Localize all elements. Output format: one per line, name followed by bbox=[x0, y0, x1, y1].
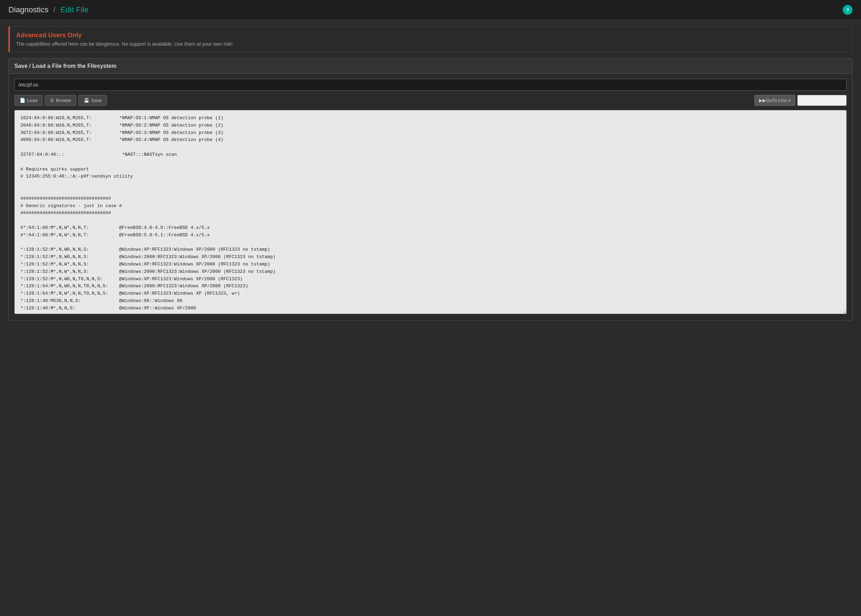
breadcrumb-root: Diagnostics bbox=[8, 5, 49, 14]
section-title: Save / Load a File from the Filesystem bbox=[9, 59, 852, 74]
breadcrumb-current: Edit File bbox=[60, 5, 88, 14]
toolbar: 📄 Load ☰ Browse 💾 Save ▶▶GoTo Line # bbox=[14, 95, 847, 106]
main-content: Advanced Users Only The capabilities off… bbox=[0, 20, 861, 327]
browse-button[interactable]: ☰ Browse bbox=[45, 95, 76, 106]
load-icon: 📄 bbox=[20, 98, 25, 103]
goto-area: ▶▶GoTo Line # bbox=[754, 95, 847, 106]
section-body: 📄 Load ☰ Browse 💾 Save ▶▶GoTo Line # bbox=[9, 74, 852, 320]
file-section: Save / Load a File from the Filesystem 📄… bbox=[8, 58, 853, 321]
file-path-input[interactable] bbox=[14, 79, 847, 91]
goto-label: ▶▶GoTo Line # bbox=[759, 98, 791, 103]
load-button[interactable]: 📄 Load bbox=[14, 95, 42, 106]
browse-label: Browse bbox=[56, 98, 71, 103]
save-label: Save bbox=[91, 98, 102, 103]
warning-box: Advanced Users Only The capabilities off… bbox=[8, 27, 853, 52]
goto-button[interactable]: ▶▶GoTo Line # bbox=[754, 95, 795, 106]
goto-line-input[interactable] bbox=[797, 95, 847, 106]
load-label: Load bbox=[27, 98, 37, 103]
warning-title: Advanced Users Only bbox=[16, 31, 846, 39]
save-icon: 💾 bbox=[84, 98, 89, 103]
page-header: Diagnostics / Edit File ? bbox=[0, 0, 861, 20]
file-editor[interactable] bbox=[14, 110, 847, 314]
browse-icon: ☰ bbox=[50, 98, 54, 103]
breadcrumb-separator: / bbox=[54, 5, 58, 14]
breadcrumb: Diagnostics / Edit File bbox=[8, 5, 89, 14]
help-icon[interactable]: ? bbox=[843, 5, 853, 15]
warning-text: The capabilities offered here can be dan… bbox=[16, 41, 846, 47]
save-button[interactable]: 💾 Save bbox=[79, 95, 107, 106]
